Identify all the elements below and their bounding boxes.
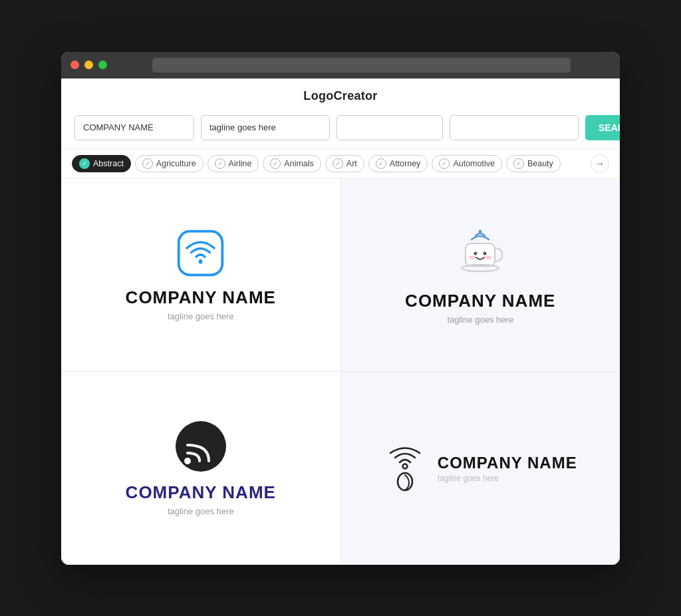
close-button[interactable]	[70, 61, 79, 69]
svg-point-5	[483, 252, 487, 255]
filter-attorney[interactable]: ✓ Attorney	[368, 155, 428, 172]
logo3-company: COMPANY NAME	[126, 482, 276, 503]
minimize-button[interactable]	[84, 61, 93, 69]
filter-animals[interactable]: ✓ Animals	[263, 155, 321, 172]
logo-card-1[interactable]: COMPANY NAME tagline goes here	[61, 179, 340, 372]
svg-point-10	[184, 458, 191, 464]
tagline-input[interactable]	[201, 115, 330, 140]
filter-automotive[interactable]: ✓ Automotive	[432, 155, 502, 172]
check-icon: ✓	[439, 158, 450, 169]
extra-input-2[interactable]	[450, 115, 579, 140]
filter-beauty[interactable]: ✓ Beauty	[506, 155, 561, 172]
filter-label: Beauty	[527, 159, 553, 168]
logo2-company: COMPANY NAME	[405, 291, 555, 311]
filter-airline[interactable]: ✓ Airline	[207, 155, 259, 172]
svg-point-6	[469, 255, 476, 259]
svg-point-1	[199, 260, 203, 264]
check-icon: ✓	[215, 158, 225, 169]
svg-rect-0	[179, 231, 223, 275]
search-bar: SEARCH	[61, 108, 620, 148]
check-icon: ✓	[376, 158, 386, 169]
logo1-company: COMPANY NAME	[126, 287, 276, 308]
check-icon: ✓	[513, 158, 524, 169]
logo4-text-block: COMPANY NAME tagline goes here	[438, 454, 577, 483]
logo4-company: COMPANY NAME	[438, 454, 577, 472]
filter-bar: ✓ Abstract ✓ Agriculture ✓ Airline ✓ Ani…	[61, 148, 620, 179]
app-window: LogoCreator SEARCH ✓ Abstract ✓ Agricult…	[61, 52, 620, 565]
wifi-bean-icon	[384, 443, 427, 493]
filter-abstract[interactable]: ✓ Abstract	[72, 155, 131, 172]
filter-label: Airline	[229, 159, 252, 168]
filter-label: Animals	[284, 159, 313, 168]
svg-point-7	[485, 255, 491, 259]
logo-card-2[interactable]: COMPANY NAME tagline goes here	[341, 179, 620, 372]
filter-next-button[interactable]: →	[591, 154, 609, 173]
wifi-box-icon	[176, 228, 225, 278]
check-icon: ✓	[142, 158, 153, 169]
maximize-button[interactable]	[98, 61, 107, 69]
filter-agriculture[interactable]: ✓ Agriculture	[135, 155, 204, 172]
company-name-input[interactable]	[74, 115, 194, 140]
wifi-cup-icon	[454, 225, 507, 281]
check-icon: ✓	[79, 158, 90, 169]
filter-label: Agriculture	[156, 159, 196, 168]
filter-label: Abstract	[93, 159, 124, 168]
filter-art[interactable]: ✓ Art	[325, 155, 364, 172]
logo4-tagline: tagline goes here	[438, 474, 577, 483]
check-icon: ✓	[333, 158, 343, 169]
extra-input-1[interactable]	[337, 115, 443, 140]
logo2-tagline: tagline goes here	[447, 315, 513, 325]
url-bar[interactable]	[152, 58, 571, 73]
search-button[interactable]: SEARCH	[585, 115, 620, 140]
check-icon: ✓	[270, 158, 281, 169]
svg-point-11	[402, 464, 407, 469]
logo4-inline-container: COMPANY NAME tagline goes here	[384, 443, 577, 493]
svg-point-4	[474, 252, 477, 255]
logo-card-3[interactable]: COMPANY NAME tagline goes here	[61, 372, 340, 565]
filter-label: Art	[346, 159, 357, 168]
logo-grid: COMPANY NAME tagline goes here	[61, 179, 620, 565]
filter-label: Attorney	[390, 159, 421, 168]
logo3-tagline: tagline goes here	[168, 506, 234, 516]
filter-label: Automotive	[453, 159, 495, 168]
logo1-tagline: tagline goes here	[168, 311, 234, 321]
dark-rss-icon	[174, 420, 227, 473]
svg-rect-3	[466, 243, 495, 266]
app-title: LogoCreator	[61, 78, 620, 108]
logo-card-4[interactable]: COMPANY NAME tagline goes here	[341, 372, 620, 565]
titlebar	[61, 52, 620, 78]
